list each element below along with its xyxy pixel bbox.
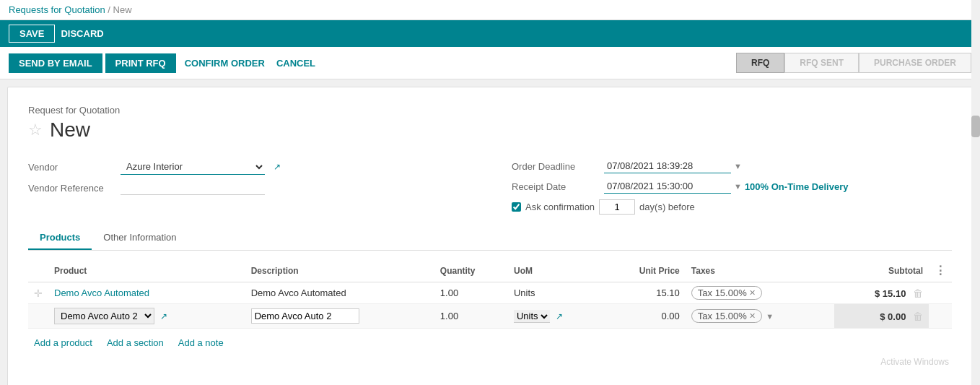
row2-subtotal: $ 0.00 🗑 bbox=[834, 304, 929, 329]
subtotal-value-row2: $ 0.00 bbox=[880, 311, 906, 322]
vendor-external-link-icon[interactable]: ↗ bbox=[274, 162, 281, 172]
vendor-label: Vendor bbox=[28, 162, 115, 173]
row2-quantity[interactable]: 1.00 bbox=[434, 304, 508, 329]
row2-unit-price[interactable]: 0.00 bbox=[603, 304, 686, 329]
send-by-email-button[interactable]: SEND BY EMAIL bbox=[9, 53, 102, 73]
row1-quantity[interactable]: 1.00 bbox=[434, 282, 508, 304]
tax-badge-row2: Tax 15.00% ✕ bbox=[691, 309, 762, 323]
product-select[interactable]: Demo Avco Auto 2 bbox=[54, 308, 154, 324]
col-options[interactable]: ⋮ bbox=[929, 259, 952, 282]
tabs: Products Other Information bbox=[28, 226, 952, 251]
breadcrumb-current: New bbox=[113, 4, 132, 15]
col-subtotal-header: Subtotal bbox=[834, 259, 929, 282]
order-deadline-input[interactable] bbox=[604, 159, 731, 173]
row1-unit-price[interactable]: 15.10 bbox=[603, 282, 686, 304]
add-links: Add a product Add a section Add a note bbox=[28, 334, 952, 351]
col-options-icon[interactable]: ⋮ bbox=[935, 264, 946, 277]
vendor-field-row: Vendor Azure Interior ↗ bbox=[28, 159, 468, 175]
status-bar: RFQ RFQ SENT PURCHASE ORDER bbox=[736, 53, 971, 73]
save-discard-bar: SAVE DISCARD bbox=[0, 20, 980, 47]
drag-icon[interactable]: ✛ bbox=[34, 287, 43, 299]
col-taxes-header: Taxes bbox=[686, 259, 834, 282]
order-deadline-field-row: Order Deadline ▼ bbox=[512, 159, 952, 173]
order-deadline-wrap: ▼ bbox=[604, 159, 742, 173]
ask-confirmation-checkbox[interactable] bbox=[512, 202, 521, 212]
vendor-ref-label: Vendor Reference bbox=[28, 183, 115, 194]
receipt-date-dropdown-icon[interactable]: ▼ bbox=[734, 182, 742, 191]
add-note-link[interactable]: Add a note bbox=[178, 337, 224, 348]
save-button[interactable]: SAVE bbox=[9, 25, 55, 43]
confirmation-days-input[interactable] bbox=[599, 199, 635, 215]
add-section-link[interactable]: Add a section bbox=[107, 337, 164, 348]
row1-subtotal: $ 15.10 🗑 bbox=[834, 282, 929, 304]
breadcrumb-parent[interactable]: Requests for Quotation bbox=[9, 4, 105, 15]
record-title: ☆ New bbox=[28, 118, 952, 142]
tax-badge: Tax 15.00% ✕ bbox=[691, 286, 762, 300]
row1-options bbox=[929, 282, 952, 304]
tab-products[interactable]: Products bbox=[28, 226, 92, 250]
product-external-link-icon[interactable]: ↗ bbox=[160, 311, 167, 321]
col-unit-price-header: Unit Price bbox=[603, 259, 686, 282]
table-row: ✛ Demo Avco Automated Demo Avco Automate… bbox=[28, 282, 952, 304]
discard-button[interactable]: DISCARD bbox=[61, 28, 103, 39]
delete-row-icon[interactable]: 🗑 bbox=[913, 287, 923, 299]
confirm-order-button[interactable]: CONFIRM ORDER bbox=[185, 58, 265, 69]
tax-remove-icon[interactable]: ✕ bbox=[749, 288, 756, 298]
add-product-link[interactable]: Add a product bbox=[34, 337, 92, 348]
row1-taxes: Tax 15.00% ✕ bbox=[686, 282, 834, 304]
tab-other-information[interactable]: Other Information bbox=[92, 226, 188, 250]
scrollbar-thumb[interactable] bbox=[971, 116, 980, 137]
product-link[interactable]: Demo Avco Automated bbox=[54, 287, 149, 298]
row2-description[interactable] bbox=[245, 304, 434, 329]
col-description-header: Description bbox=[245, 259, 434, 282]
table-header-row: Product Description Quantity UoM Unit Pr… bbox=[28, 259, 952, 282]
col-uom-header: UoM bbox=[508, 259, 603, 282]
status-rfq[interactable]: RFQ bbox=[736, 53, 784, 73]
order-deadline-label: Order Deadline bbox=[512, 161, 598, 172]
row1-description: Demo Avco Automated bbox=[245, 282, 434, 304]
delivery-link[interactable]: 100% On-Time Delivery bbox=[745, 181, 849, 192]
col-quantity-header: Quantity bbox=[434, 259, 508, 282]
row2-taxes: Tax 15.00% ✕ ▼ bbox=[686, 304, 834, 329]
tax-badge-label: Tax 15.00% bbox=[698, 287, 747, 298]
ask-confirmation-label: Ask confirmation bbox=[525, 202, 595, 212]
row2-move-handle bbox=[28, 304, 48, 329]
record-name: New bbox=[50, 118, 90, 142]
main-content: Request for Quotation ☆ New Vendor Azure… bbox=[7, 87, 973, 385]
receipt-date-label: Receipt Date bbox=[512, 181, 598, 192]
receipt-date-input[interactable] bbox=[604, 179, 731, 194]
table-row: Demo Avco Auto 2 ↗ 1.00 Units ↗ 0.00 bbox=[28, 304, 952, 329]
row1-move-handle[interactable]: ✛ bbox=[28, 282, 48, 304]
breadcrumb-separator: / bbox=[108, 4, 113, 15]
product-table: Product Description Quantity UoM Unit Pr… bbox=[28, 259, 952, 329]
row1-uom[interactable]: Units bbox=[508, 282, 603, 304]
delete-row2-icon[interactable]: 🗑 bbox=[913, 311, 923, 322]
row2-product[interactable]: Demo Avco Auto 2 ↗ bbox=[48, 304, 245, 329]
vendor-ref-input[interactable] bbox=[121, 181, 265, 195]
taxes-dropdown-icon[interactable]: ▼ bbox=[766, 312, 774, 321]
row2-uom[interactable]: Units ↗ bbox=[508, 304, 603, 329]
tax-remove-icon-row2[interactable]: ✕ bbox=[749, 311, 756, 321]
watermark-text: Activate Windows bbox=[28, 351, 952, 373]
tax-badge-label-row2: Tax 15.00% bbox=[698, 311, 747, 321]
ask-confirmation-row: Ask confirmation day(s) before bbox=[512, 199, 952, 215]
cancel-button[interactable]: CANCEL bbox=[276, 58, 315, 69]
status-purchase-order[interactable]: PURCHASE ORDER bbox=[859, 53, 971, 73]
uom-external-link-icon[interactable]: ↗ bbox=[556, 311, 563, 321]
col-product-header: Product bbox=[48, 259, 245, 282]
col-move bbox=[28, 259, 48, 282]
row2-options bbox=[929, 304, 952, 329]
status-rfq-sent[interactable]: RFQ SENT bbox=[784, 53, 859, 73]
favorite-star-icon[interactable]: ☆ bbox=[28, 121, 43, 139]
vendor-select[interactable]: Azure Interior bbox=[121, 159, 265, 175]
vendor-ref-field-row: Vendor Reference bbox=[28, 181, 468, 195]
print-rfq-button[interactable]: PRINT RFQ bbox=[105, 53, 176, 73]
order-deadline-dropdown-icon[interactable]: ▼ bbox=[734, 162, 742, 170]
description-input[interactable] bbox=[251, 308, 359, 324]
action-bar: SEND BY EMAIL PRINT RFQ CONFIRM ORDER CA… bbox=[0, 47, 980, 79]
row1-product[interactable]: Demo Avco Automated bbox=[48, 282, 245, 304]
subtotal-value: $ 15.10 bbox=[875, 288, 906, 299]
uom-select[interactable]: Units bbox=[514, 310, 550, 323]
scrollbar[interactable] bbox=[971, 0, 980, 385]
receipt-date-field-row: Receipt Date ▼ 100% On-Time Delivery bbox=[512, 179, 952, 194]
